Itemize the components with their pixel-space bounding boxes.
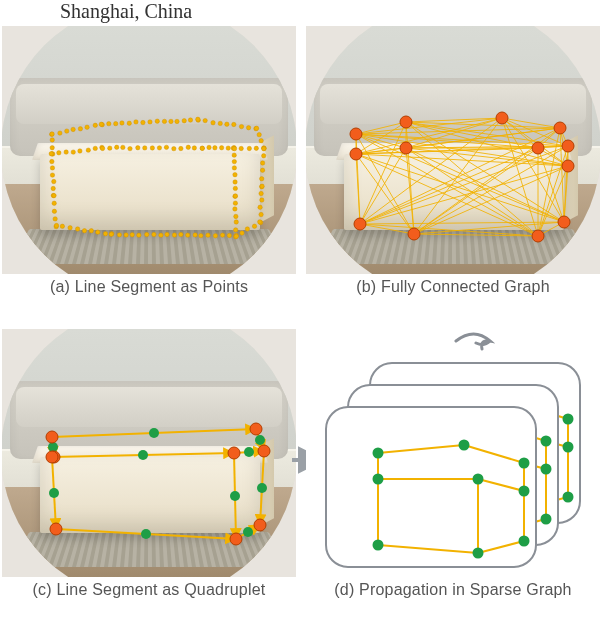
svg-point-321 xyxy=(373,448,384,459)
panel-c-caption: (c) Line Segment as Quadruplet xyxy=(2,581,296,599)
svg-point-307 xyxy=(495,526,506,537)
svg-line-315 xyxy=(478,479,524,491)
svg-point-305 xyxy=(541,464,552,475)
svg-point-303 xyxy=(395,452,406,463)
svg-rect-309 xyxy=(326,407,536,567)
svg-line-320 xyxy=(478,541,524,553)
svg-point-322 xyxy=(459,440,470,451)
svg-line-290 xyxy=(486,423,546,441)
panel-b-image xyxy=(306,26,600,274)
svg-point-282 xyxy=(417,430,428,441)
svg-line-277 xyxy=(422,501,522,509)
svg-line-269 xyxy=(508,401,568,419)
svg-point-325 xyxy=(473,474,484,485)
figure-root: Shanghai, China (a) Line Segment as Poin… xyxy=(0,0,602,628)
panel-a-caption: (a) Line Segment as Points xyxy=(2,278,296,296)
svg-point-308 xyxy=(541,514,552,525)
svg-point-324 xyxy=(373,474,384,485)
cropped-header-text: Shanghai, China xyxy=(60,0,192,23)
svg-line-268 xyxy=(422,401,508,409)
svg-point-329 xyxy=(519,536,530,547)
panel-a: (a) Line Segment as Points xyxy=(2,26,296,296)
svg-point-327 xyxy=(373,540,384,551)
panel-d-overlay xyxy=(306,329,600,577)
svg-point-326 xyxy=(519,486,530,497)
svg-point-301 xyxy=(481,418,492,429)
svg-point-283 xyxy=(517,430,528,441)
svg-line-278 xyxy=(522,497,568,509)
panel-a-image xyxy=(2,26,296,274)
svg-point-280 xyxy=(503,396,514,407)
panel-c-image xyxy=(2,329,296,577)
svg-point-304 xyxy=(495,452,506,463)
svg-line-294 xyxy=(500,457,546,469)
svg-rect-267 xyxy=(370,363,580,523)
svg-point-328 xyxy=(473,548,484,559)
svg-point-286 xyxy=(517,504,528,515)
svg-point-302 xyxy=(541,436,552,447)
svg-point-284 xyxy=(563,442,574,453)
svg-line-310 xyxy=(378,445,464,453)
panel-d-diagram xyxy=(306,329,600,577)
svg-line-299 xyxy=(500,519,546,531)
svg-line-289 xyxy=(400,423,486,431)
svg-point-279 xyxy=(417,404,428,415)
panel-d-caption: (d) Propagation in Sparse Graph xyxy=(306,581,600,599)
svg-rect-288 xyxy=(348,385,558,545)
svg-line-319 xyxy=(378,545,478,553)
svg-point-285 xyxy=(417,496,428,507)
svg-line-311 xyxy=(464,445,524,463)
panel-c: (c) Line Segment as Quadruplet xyxy=(2,329,296,599)
svg-point-323 xyxy=(519,458,530,469)
svg-point-281 xyxy=(563,414,574,425)
svg-line-298 xyxy=(400,523,500,531)
svg-point-287 xyxy=(563,492,574,503)
panel-b-caption: (b) Fully Connected Graph xyxy=(306,278,600,296)
panel-d: (d) Propagation in Sparse Graph xyxy=(306,329,600,599)
panel-b: (b) Fully Connected Graph xyxy=(306,26,600,296)
svg-point-300 xyxy=(395,426,406,437)
svg-line-273 xyxy=(522,435,568,447)
svg-point-306 xyxy=(395,518,406,529)
